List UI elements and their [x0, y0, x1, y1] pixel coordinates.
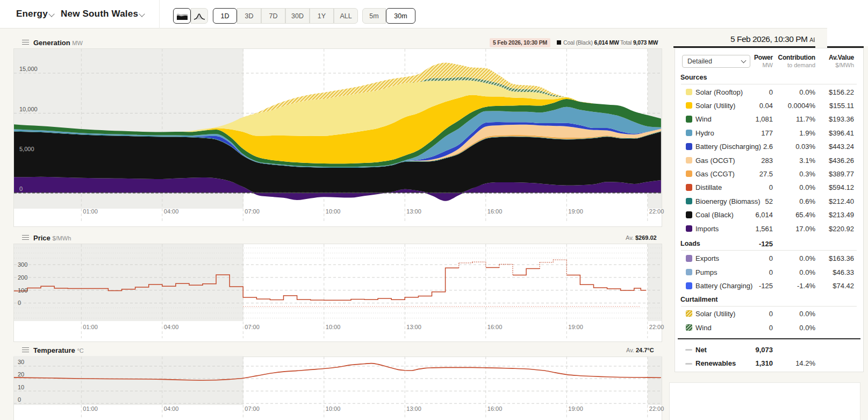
svg-text:19:00: 19:00: [568, 405, 583, 412]
svg-text:22:00: 22:00: [649, 405, 664, 412]
svg-text:16:00: 16:00: [487, 405, 503, 412]
svg-text:01:00: 01:00: [83, 405, 98, 412]
svg-text:04:00: 04:00: [164, 405, 179, 412]
svg-text:13:00: 13:00: [406, 405, 421, 412]
svg-text:0: 0: [18, 396, 21, 403]
svg-text:10:00: 10:00: [326, 405, 341, 412]
svg-text:10: 10: [18, 384, 24, 390]
svg-text:20: 20: [18, 371, 24, 378]
svg-text:30: 30: [18, 359, 24, 365]
svg-text:07:00: 07:00: [245, 405, 260, 412]
